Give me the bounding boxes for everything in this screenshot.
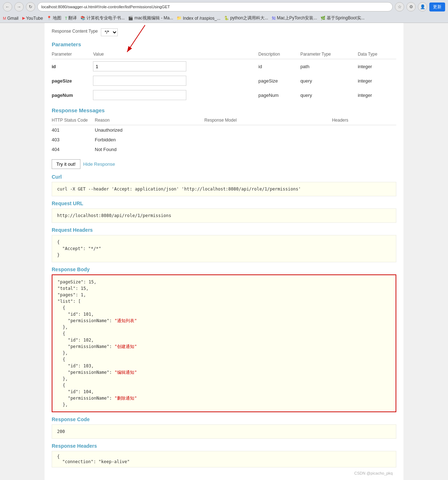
content-type-select[interactable]: */*	[101, 28, 118, 36]
model-403	[204, 135, 332, 145]
reason-403: Forbidden	[95, 135, 204, 145]
response-headers-title: Response Headers	[52, 443, 396, 449]
param-value-pagenum	[93, 88, 258, 102]
bookmarks-bar: M Gmail ▶ YouTube 📍 地图 T 翻译 📚 计算机专业电子书..…	[3, 14, 445, 23]
forward-button[interactable]: →	[14, 2, 24, 11]
response-row-401: 401 Unauthorized	[52, 125, 396, 135]
param-input-id[interactable]	[93, 61, 186, 71]
headers-404	[332, 145, 396, 154]
back-button[interactable]: ←	[3, 2, 12, 11]
param-input-pagenum[interactable]	[93, 90, 186, 100]
param-name-pagesize: pageSize	[52, 74, 93, 88]
watermark: CSDN @picacho_pkq	[52, 471, 396, 475]
action-buttons-row: Try it out! Hide Response	[52, 159, 396, 169]
response-row-404: 404 Not Found	[52, 145, 396, 154]
bookmark-cs-books[interactable]: 📚 计算机专业电子书...	[80, 15, 125, 21]
url-text: localhost:8080/swagger-ui.html#!/role-co…	[41, 5, 170, 9]
update-button[interactable]: 更新	[429, 3, 445, 11]
bookmark-label: mac视频编辑 - Ma...	[134, 15, 173, 21]
param-type-id: path	[300, 59, 358, 74]
reason-404: Not Found	[95, 145, 204, 154]
bookmark-mac-video[interactable]: 🎬 mac视频编辑 - Ma...	[128, 15, 173, 21]
try-it-out-button[interactable]: Try it out!	[52, 159, 80, 169]
bookmark-translate[interactable]: T 翻译	[65, 15, 77, 21]
headers-401	[332, 125, 396, 135]
params-header-row: Parameter Value Description Parameter Ty…	[52, 50, 396, 59]
param-datatype-id: integer	[358, 59, 396, 74]
browser-chrome: ← → ↻ localhost:8080/swagger-ui.html#!/r…	[0, 0, 448, 23]
param-col-datatype: Data Type	[358, 50, 396, 59]
col-status-code: HTTP Status Code	[52, 116, 95, 125]
status-code-404: 404	[52, 145, 95, 154]
bookmark-label: 地图	[53, 15, 61, 21]
param-desc-pagesize: pageSize	[258, 74, 300, 88]
bookmark-youtube[interactable]: ▶ YouTube	[22, 16, 43, 21]
page-content: Response Content Type */* Parameters Par…	[45, 23, 403, 480]
param-type-pagesize: query	[300, 74, 358, 88]
model-404	[204, 145, 332, 154]
response-row-403: 403 Forbidden	[52, 135, 396, 145]
request-headers-value: { "Accept": "*/*" }	[57, 239, 391, 258]
response-body-content: "pageSize": 15, "total": 15, "pages": 1,…	[57, 279, 391, 408]
profile-button[interactable]: 👤	[418, 2, 427, 11]
param-datatype-pagesize: integer	[358, 74, 396, 88]
model-401	[204, 125, 332, 135]
bookmark-python[interactable]: 🐍 python之调用科大...	[224, 15, 268, 21]
param-col-type: Parameter Type	[300, 50, 358, 59]
param-value-pagesize	[93, 74, 258, 88]
param-col-value: Value	[93, 50, 258, 59]
param-input-pagesize[interactable]	[93, 76, 186, 86]
param-col-parameter: Parameter	[52, 50, 93, 59]
param-name-id: id	[52, 59, 93, 74]
bookmark-label: 基于SpringBoot实...	[327, 15, 364, 21]
status-code-403: 403	[52, 135, 95, 145]
bookmark-label: YouTube	[26, 16, 43, 21]
extensions-button[interactable]: ⚙	[406, 2, 416, 11]
headers-403	[332, 135, 396, 145]
response-code-title: Response Code	[52, 417, 396, 422]
col-reason: Reason	[95, 116, 204, 125]
param-row-pagesize: pageSize pageSize query integer	[52, 74, 396, 88]
response-headers-partial: { "connection": "keep-alive"	[52, 451, 396, 467]
bookmark-gmail[interactable]: M Gmail	[3, 16, 19, 21]
response-code-value: 200	[57, 429, 65, 434]
param-col-description: Description	[258, 50, 300, 59]
bookmark-index[interactable]: 📁 Index of /raspios_...	[177, 16, 220, 21]
bookmark-label: python之调用科大...	[230, 15, 268, 21]
address-bar[interactable]: localhost:8080/swagger-ui.html#!/role-co…	[37, 2, 393, 11]
bookmark-label: 翻译	[68, 15, 77, 21]
content-type-row: Response Content Type */*	[52, 28, 396, 36]
param-desc-pagenum: pageNum	[258, 88, 300, 102]
bookmark-springboot[interactable]: 🌿 基于SpringBoot实...	[321, 15, 364, 21]
bookmark-label: Mac上PyTorch安装...	[277, 15, 317, 21]
content-type-label: Response Content Type	[52, 29, 98, 34]
bookmark-button[interactable]: ☆	[395, 2, 404, 11]
bookmark-map[interactable]: 📍 地图	[47, 15, 61, 21]
parameters-table: Parameter Value Description Parameter Ty…	[52, 50, 396, 102]
request-headers-title: Request Headers	[52, 227, 396, 233]
response-messages-title: Response Messages	[52, 107, 396, 113]
curl-value: curl -X GET --header 'Accept: applicatio…	[57, 187, 301, 192]
param-datatype-pagenum: integer	[358, 88, 396, 102]
parameters-title: Parameters	[52, 41, 396, 47]
refresh-button[interactable]: ↻	[26, 2, 35, 11]
curl-title: Curl	[52, 174, 396, 180]
response-messages-table: HTTP Status Code Reason Response Model H…	[52, 116, 396, 154]
response-body-box: "pageSize": 15, "total": 15, "pages": 1,…	[52, 274, 396, 412]
bookmark-pytorch[interactable]: 知 Mac上PyTorch安装...	[272, 15, 317, 21]
reason-401: Unauthorized	[95, 125, 204, 135]
status-code-401: 401	[52, 125, 95, 135]
response-msg-header: HTTP Status Code Reason Response Model H…	[52, 116, 396, 125]
param-value-id	[93, 59, 258, 74]
response-code-box: 200	[52, 424, 396, 439]
request-url-box: http://localhost:8080/api/role/1/permiss…	[52, 208, 396, 223]
request-url-title: Request URL	[52, 201, 396, 206]
bookmark-label: 计算机专业电子书...	[87, 15, 125, 21]
hide-response-link[interactable]: Hide Response	[83, 161, 115, 167]
request-headers-box: { "Accept": "*/*" }	[52, 235, 396, 262]
browser-toolbar: ← → ↻ localhost:8080/swagger-ui.html#!/r…	[3, 2, 445, 11]
col-response-model: Response Model	[204, 116, 332, 125]
param-name-pagenum: pageNum	[52, 88, 93, 102]
response-headers-content: { "connection": "keep-alive"	[57, 454, 391, 464]
param-desc-id: id	[258, 59, 300, 74]
